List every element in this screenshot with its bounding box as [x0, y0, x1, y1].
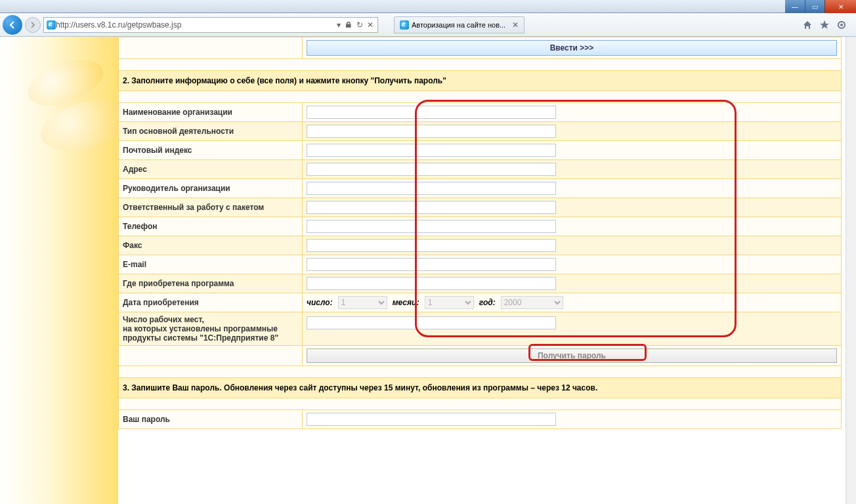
- arrow-right-icon: [30, 22, 36, 28]
- month-select[interactable]: 1: [425, 296, 474, 309]
- year-label: год:: [479, 298, 496, 307]
- svg-point-1: [840, 24, 843, 26]
- window-titlebar: — ▭ ✕: [0, 0, 856, 13]
- sidebar-decoration: [0, 37, 118, 504]
- day-label: число:: [307, 298, 333, 307]
- address-input[interactable]: [307, 163, 556, 176]
- purchased-where-input[interactable]: [307, 277, 556, 290]
- your-password-input[interactable]: [307, 413, 556, 426]
- favorites-star-icon[interactable]: [819, 20, 830, 30]
- phone-input[interactable]: [307, 220, 556, 233]
- browser-nav-bar: http://users.v8.1c.ru/getpswbase.jsp ▾ 🔒…: [0, 13, 856, 37]
- stop-icon[interactable]: ✕: [366, 20, 375, 30]
- section-2-header: 2. Заполните информацию о себе (все поля…: [119, 71, 842, 91]
- year-select[interactable]: 2000: [501, 296, 563, 309]
- head-input[interactable]: [307, 182, 556, 195]
- home-icon[interactable]: [802, 20, 813, 30]
- tab-close-button[interactable]: ✕: [512, 20, 519, 30]
- org-name-input[interactable]: [307, 106, 556, 119]
- address-bar[interactable]: http://users.v8.1c.ru/getpswbase.jsp ▾ 🔒…: [43, 17, 378, 33]
- nav-back-button[interactable]: [3, 15, 22, 35]
- url-text: http://users.v8.1c.ru/getpswbase.jsp: [56, 20, 335, 30]
- submit-button[interactable]: Получить пароль: [307, 348, 837, 363]
- label-purchased-where: Где приобретена программа: [119, 274, 303, 293]
- tab-title: Авторизация на сайте нов...: [412, 21, 505, 29]
- label-your-password: Ваш пароль: [119, 410, 303, 429]
- main-content: Ввести >>> 2. Заполните информацию о себ…: [118, 37, 845, 504]
- window-minimize-button[interactable]: —: [785, 0, 805, 13]
- label-responsible: Ответственный за работу с пакетом: [119, 198, 303, 217]
- responsible-input[interactable]: [307, 201, 556, 214]
- vertical-scrollbar[interactable]: [845, 37, 856, 504]
- day-select[interactable]: 1: [338, 296, 387, 309]
- label-email: E-mail: [119, 255, 303, 274]
- label-head: Руководитель организации: [119, 179, 303, 198]
- seats-input[interactable]: [307, 316, 556, 329]
- section-3-header: 3. Запишите Ваш пароль. Обновления через…: [119, 378, 842, 398]
- label-purchase-date: Дата приобретения: [119, 293, 303, 312]
- refresh-icon[interactable]: ↻: [355, 20, 364, 30]
- window-maximize-button[interactable]: ▭: [805, 0, 824, 13]
- activity-input[interactable]: [307, 125, 556, 138]
- enter-button[interactable]: Ввести >>>: [307, 40, 837, 56]
- label-org-name: Наименование организации: [119, 103, 303, 122]
- label-phone: Телефон: [119, 217, 303, 236]
- nav-forward-button[interactable]: [25, 17, 41, 33]
- label-seats: Число рабочих мест, на которых установле…: [119, 312, 303, 346]
- ie-favicon-icon: [400, 20, 409, 30]
- tools-gear-icon[interactable]: [836, 20, 847, 30]
- browser-tab[interactable]: Авторизация на сайте нов... ✕: [394, 16, 524, 33]
- ie-favicon-icon: [47, 20, 56, 30]
- lock-icon[interactable]: 🔒︎: [343, 20, 354, 30]
- email-input[interactable]: [307, 258, 556, 271]
- label-fax: Факс: [119, 236, 303, 255]
- label-activity: Тип основной деятельности: [119, 122, 303, 141]
- label-address: Адрес: [119, 160, 303, 179]
- zip-input[interactable]: [307, 144, 556, 157]
- fax-input[interactable]: [307, 239, 556, 252]
- month-label: месяц:: [393, 298, 419, 307]
- url-actions: ▾ 🔒︎ ↻ ✕: [335, 20, 375, 30]
- window-close-button[interactable]: ✕: [824, 0, 856, 13]
- label-zip: Почтовый индекс: [119, 141, 303, 160]
- dropdown-icon[interactable]: ▾: [335, 20, 342, 30]
- arrow-left-icon: [8, 20, 17, 30]
